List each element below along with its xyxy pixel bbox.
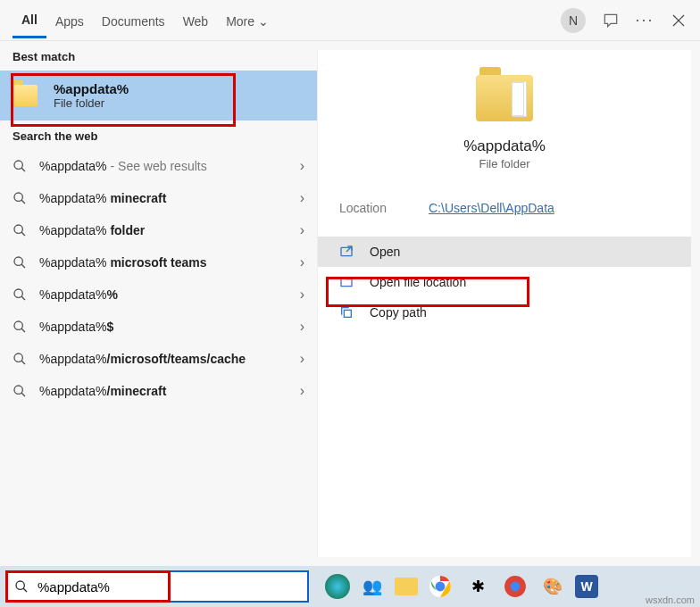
search-icon: [12, 159, 27, 173]
web-result[interactable]: %appdata% - See web results ›: [0, 150, 317, 182]
folder-open-icon: [339, 275, 355, 289]
web-result[interactable]: %appdata% microsoft teams ›: [0, 246, 317, 279]
taskbar-word-icon[interactable]: W: [575, 575, 598, 598]
location-label: Location: [339, 201, 429, 215]
web-result[interactable]: %appdata%$ ›: [0, 311, 317, 343]
taskbar-slack-icon[interactable]: ✱: [462, 571, 493, 602]
svg-point-12: [14, 321, 22, 329]
taskbar-app-icon[interactable]: 🎨: [538, 571, 568, 602]
folder-icon-large: [476, 75, 533, 121]
taskbar-explorer-icon[interactable]: [395, 578, 418, 595]
svg-line-13: [21, 328, 25, 332]
chevron-right-icon: ›: [300, 287, 304, 303]
tab-apps[interactable]: Apps: [46, 4, 93, 37]
chevron-down-icon: ⌄: [258, 14, 269, 29]
chevron-right-icon: ›: [300, 254, 304, 270]
action-open-label: Open: [370, 245, 400, 259]
chevron-right-icon: ›: [300, 222, 304, 238]
best-match-title: %appdata%: [54, 81, 129, 96]
tab-documents[interactable]: Documents: [93, 4, 174, 37]
web-result-hint: - See web results: [111, 159, 207, 173]
web-result-label: %appdata% minecraft: [39, 191, 166, 205]
web-result-label: %appdata%/microsoft/teams/cache: [39, 352, 246, 366]
web-result-label: %appdata%$: [39, 320, 113, 334]
svg-point-25: [511, 582, 521, 592]
taskbar-chrome-canary-icon[interactable]: [500, 571, 530, 602]
web-result[interactable]: %appdata%/microsoft/teams/cache ›: [0, 343, 317, 375]
more-options-icon[interactable]: ···: [636, 12, 654, 29]
search-icon: [14, 579, 29, 594]
chevron-right-icon: ›: [300, 319, 304, 335]
best-match-header: Best match: [0, 41, 317, 71]
svg-point-14: [14, 353, 22, 362]
user-avatar[interactable]: N: [561, 8, 586, 33]
svg-line-7: [21, 232, 25, 236]
tab-web[interactable]: Web: [174, 4, 218, 37]
web-result[interactable]: %appdata%/minecraft ›: [0, 375, 317, 407]
search-icon: [12, 384, 27, 398]
svg-point-23: [436, 582, 446, 592]
svg-point-8: [14, 257, 22, 265]
feedback-icon[interactable]: [602, 12, 620, 29]
web-result-label: %appdata%/minecraft: [39, 384, 166, 398]
preview-title: %appdata%: [463, 137, 546, 155]
svg-point-2: [14, 161, 22, 169]
search-icon: [12, 287, 27, 302]
svg-line-17: [21, 393, 25, 396]
preview-panel: %appdata% File folder Location C:\Users\…: [317, 50, 691, 557]
svg-line-3: [21, 168, 25, 171]
svg-line-9: [21, 264, 25, 268]
close-icon[interactable]: [670, 12, 688, 29]
preview-subtitle: File folder: [479, 157, 529, 170]
watermark: wsxdn.com: [646, 595, 695, 605]
search-icon: [12, 191, 27, 205]
svg-line-15: [21, 361, 25, 364]
svg-rect-19: [344, 310, 351, 317]
taskbar-chrome-icon[interactable]: [425, 571, 455, 602]
action-copy-path[interactable]: Copy path: [318, 297, 691, 328]
svg-point-16: [14, 386, 22, 394]
taskbar: 👥 ✱ 🎨 W: [0, 566, 700, 607]
action-open-loc-label: Open file location: [370, 275, 466, 289]
search-input[interactable]: [38, 579, 300, 595]
search-icon: [12, 223, 27, 237]
results-panel: Best match %appdata% File folder Search …: [0, 41, 317, 566]
search-icon: [12, 320, 27, 334]
chevron-right-icon: ›: [300, 190, 304, 206]
action-copy-label: Copy path: [370, 305, 427, 320]
chevron-right-icon: ›: [300, 351, 304, 367]
svg-line-21: [23, 588, 27, 592]
taskbar-search[interactable]: [5, 570, 309, 603]
action-open[interactable]: Open: [318, 237, 691, 267]
svg-point-6: [14, 225, 22, 233]
tab-more[interactable]: More ⌄: [217, 4, 278, 37]
location-link[interactable]: C:\Users\Dell\AppData: [429, 201, 554, 215]
web-result-label: %appdata%%: [39, 287, 118, 302]
open-icon: [339, 245, 355, 259]
search-web-header: Search the web: [0, 121, 317, 150]
web-result-label: %appdata%: [39, 159, 107, 173]
search-tabs: All Apps Documents Web More ⌄ N ···: [0, 0, 700, 41]
folder-icon: [12, 85, 38, 106]
chevron-right-icon: ›: [300, 383, 304, 399]
taskbar-edge-icon[interactable]: [325, 574, 350, 599]
best-match-subtitle: File folder: [54, 96, 129, 110]
action-open-file-location[interactable]: Open file location: [318, 267, 691, 297]
web-result-label: %appdata% microsoft teams: [39, 255, 207, 270]
search-icon: [12, 352, 27, 366]
copy-icon: [339, 305, 355, 320]
best-match-result[interactable]: %appdata% File folder: [0, 71, 317, 121]
web-result-label: %appdata% folder: [39, 223, 145, 237]
web-result[interactable]: %appdata% minecraft ›: [0, 182, 317, 214]
web-result[interactable]: %appdata% folder ›: [0, 214, 317, 246]
svg-line-5: [21, 200, 25, 204]
svg-line-11: [21, 296, 25, 300]
search-icon: [12, 255, 27, 270]
chevron-right-icon: ›: [300, 158, 304, 174]
taskbar-teams-icon[interactable]: 👥: [357, 571, 388, 602]
web-result[interactable]: %appdata%% ›: [0, 279, 317, 311]
svg-point-10: [14, 289, 22, 297]
tab-all[interactable]: All: [12, 2, 46, 38]
svg-point-20: [16, 581, 24, 589]
svg-point-4: [14, 193, 22, 201]
